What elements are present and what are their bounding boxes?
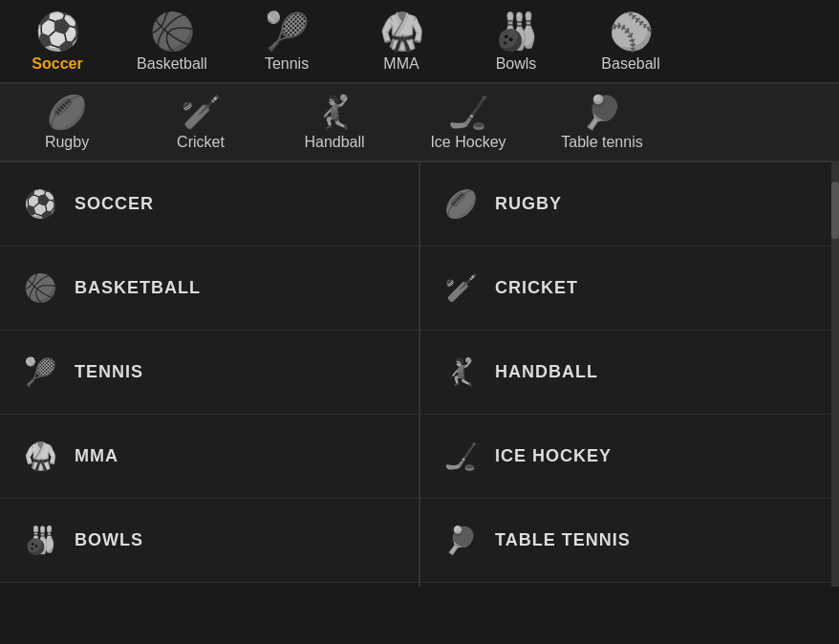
- rugby-right-list-icon: 🏉: [443, 188, 478, 220]
- top-navigation: ⚽ Soccer 🏀 Basketball 🎾 Tennis 🥋 MMA 🎳 B…: [0, 0, 839, 84]
- right-list-item-cricket[interactable]: 🏏 CRICKET: [420, 247, 839, 331]
- cricket-second-icon: 🏏: [181, 96, 221, 128]
- top-nav-label-basketball: Basketball: [137, 55, 207, 73]
- second-nav-item-table-tennis[interactable]: 🏓 Table tennis: [535, 90, 669, 161]
- soccer-icon: ⚽: [35, 13, 80, 50]
- mma-icon: 🥋: [379, 13, 424, 50]
- top-nav-label-bowls: Bowls: [496, 55, 537, 73]
- top-nav-label-tennis: Tennis: [265, 55, 309, 73]
- second-nav-item-cricket[interactable]: 🏏 Cricket: [134, 90, 268, 161]
- second-nav-label-rugby: Rugby: [45, 134, 89, 151]
- right-list-item-ice-hockey[interactable]: 🏒 ICE HOCKEY: [420, 415, 839, 499]
- right-list-label-ice-hockey: ICE HOCKEY: [495, 446, 612, 466]
- second-nav-item-handball[interactable]: 🤾 Handball: [268, 90, 401, 161]
- right-list-label-rugby: RUGBY: [495, 194, 562, 214]
- right-list-item-table-tennis[interactable]: 🏓 TABLE TENNIS: [420, 499, 839, 583]
- tennis-list-icon: 🎾: [23, 356, 57, 388]
- left-list-item-soccer[interactable]: ⚽ SOCCER: [0, 162, 419, 247]
- bowls-icon: 🎳: [494, 13, 539, 50]
- top-nav-item-tennis[interactable]: 🎾 Tennis: [229, 8, 344, 82]
- mma-list-icon: 🥋: [23, 440, 57, 472]
- scrollbar-thumb[interactable]: [831, 182, 839, 239]
- second-navigation: 🏉 Rugby 🏏 Cricket 🤾 Handball 🏒 Ice Hocke…: [0, 84, 839, 162]
- bowls-list-icon: 🎳: [23, 525, 57, 556]
- second-nav-label-handball: Handball: [304, 134, 364, 151]
- second-nav-item-rugby[interactable]: 🏉 Rugby: [0, 90, 134, 161]
- table-tennis-right-list-icon: 🏓: [443, 525, 478, 556]
- baseball-icon: ⚾: [609, 13, 654, 50]
- tennis-icon: 🎾: [265, 13, 310, 50]
- left-list-item-basketball[interactable]: 🏀 BASKETBALL: [0, 247, 419, 331]
- top-nav-item-basketball[interactable]: 🏀 Basketball: [115, 8, 229, 82]
- handball-second-icon: 🤾: [314, 96, 355, 128]
- left-list-label-tennis: TENNIS: [75, 362, 143, 382]
- ice-hockey-second-icon: 🏒: [448, 96, 488, 128]
- top-nav-label-baseball: Baseball: [601, 55, 659, 73]
- left-list-item-bowls[interactable]: 🎳 BOWLS: [0, 499, 419, 583]
- second-nav-label-table-tennis: Table tennis: [561, 134, 642, 151]
- top-nav-item-baseball[interactable]: ⚾ Baseball: [573, 8, 688, 82]
- right-list-item-handball[interactable]: 🤾 HANDBALL: [420, 331, 839, 415]
- right-list-label-cricket: CRICKET: [495, 278, 578, 298]
- left-list-item-mma[interactable]: 🥋 MMA: [0, 415, 419, 499]
- second-nav-label-cricket: Cricket: [177, 134, 225, 151]
- top-nav-item-bowls[interactable]: 🎳 Bowls: [459, 8, 573, 82]
- scrollbar[interactable]: [831, 162, 839, 587]
- left-list-label-soccer: SOCCER: [75, 194, 154, 214]
- left-list-label-bowls: BOWLS: [75, 530, 143, 550]
- soccer-list-icon: ⚽: [23, 188, 57, 220]
- cricket-right-list-icon: 🏏: [443, 272, 478, 304]
- top-nav-item-mma[interactable]: 🥋 MMA: [344, 8, 459, 82]
- main-content: ⚽ SOCCER 🏀 BASKETBALL 🎾 TENNIS 🥋 MMA 🎳 B…: [0, 162, 839, 587]
- top-nav-label-soccer: Soccer: [32, 55, 82, 73]
- second-nav-label-ice-hockey: Ice Hockey: [430, 134, 506, 151]
- second-nav-item-ice-hockey[interactable]: 🏒 Ice Hockey: [401, 90, 535, 161]
- left-list-item-tennis[interactable]: 🎾 TENNIS: [0, 331, 419, 415]
- basketball-icon: 🏀: [150, 13, 195, 50]
- basketball-list-icon: 🏀: [23, 272, 57, 304]
- left-list-label-mma: MMA: [75, 446, 118, 466]
- right-sport-list: 🏉 RUGBY 🏏 CRICKET 🤾 HANDBALL 🏒 ICE HOCKE…: [420, 162, 839, 587]
- left-list-label-basketball: BASKETBALL: [75, 278, 201, 298]
- right-list-label-handball: HANDBALL: [495, 362, 598, 382]
- right-list-label-table-tennis: TABLE TENNIS: [495, 530, 631, 550]
- top-nav-label-mma: MMA: [383, 55, 419, 73]
- right-list-item-rugby[interactable]: 🏉 RUGBY: [420, 162, 839, 247]
- left-sport-list: ⚽ SOCCER 🏀 BASKETBALL 🎾 TENNIS 🥋 MMA 🎳 B…: [0, 162, 420, 587]
- ice-hockey-right-list-icon: 🏒: [443, 440, 478, 472]
- table-tennis-second-icon: 🏓: [582, 96, 622, 128]
- rugby-second-icon: 🏉: [47, 96, 87, 128]
- handball-right-list-icon: 🤾: [443, 356, 478, 388]
- top-nav-item-soccer[interactable]: ⚽ Soccer: [0, 8, 115, 82]
